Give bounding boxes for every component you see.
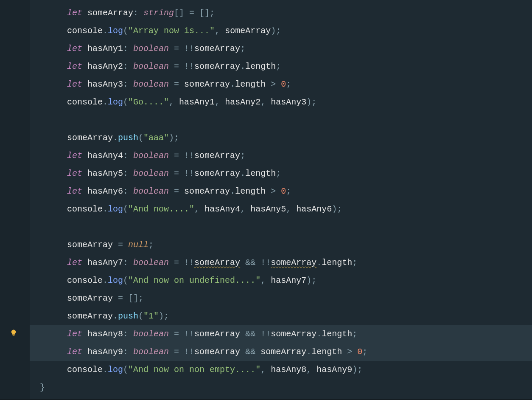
- code-line[interactable]: console.log("Array now is...", someArray…: [30, 22, 532, 40]
- code-token: hasAny3: [271, 97, 306, 107]
- code-line[interactable]: let hasAny6: boolean = someArray.length …: [30, 183, 532, 200]
- code-token: 0: [281, 79, 286, 89]
- code-token: [] = [];: [174, 8, 215, 18]
- closing-brace: }: [40, 383, 45, 392]
- code-token: boolean: [133, 347, 169, 357]
- code-line[interactable]: let hasAny4: boolean = !!someArray;: [30, 147, 532, 165]
- code-line[interactable]: console.log("Go....", hasAny1, hasAny2, …: [30, 93, 532, 111]
- code-token: .: [103, 204, 108, 214]
- code-token: "1": [143, 311, 159, 321]
- code-token: boolean: [133, 79, 169, 89]
- code-token: .: [230, 79, 235, 89]
- code-line[interactable]: console.log("And now on undefined....", …: [30, 272, 532, 290]
- code-token: let: [67, 79, 87, 89]
- code-token: someArray: [184, 79, 230, 89]
- code-line[interactable]: someArray.push("aaa");: [30, 129, 532, 147]
- code-token: someArray: [67, 240, 113, 250]
- code-token: = [];: [113, 293, 143, 303]
- code-token: boolean: [133, 258, 169, 268]
- code-line[interactable]: someArray = [];: [30, 290, 532, 307]
- code-token: hasAny6: [87, 186, 123, 196]
- code-token: someArray: [67, 311, 113, 321]
- code-line[interactable]: let hasAny1: boolean = !!someArray;: [30, 40, 532, 58]
- code-token: >: [266, 186, 281, 196]
- code-token: :: [123, 79, 133, 89]
- code-token: hasAny7: [271, 276, 306, 285]
- code-token: ,: [194, 204, 204, 214]
- editor-code-area[interactable]: let someArray: string[] = []; console.lo…: [30, 0, 532, 400]
- code-token: :: [123, 44, 133, 54]
- code-token: someArray: [271, 258, 316, 268]
- code-token: =: [169, 186, 184, 196]
- code-line[interactable]: let hasAny2: boolean = !!someArray.lengt…: [30, 58, 532, 76]
- code-token: hasAny6: [296, 204, 332, 214]
- code-token: push: [118, 311, 138, 321]
- code-line[interactable]: let hasAny7: boolean = !!someArray && !!…: [30, 254, 532, 272]
- code-token: let: [67, 44, 87, 54]
- code-line[interactable]: someArray = null;: [30, 236, 532, 254]
- code-token: ,: [286, 204, 296, 214]
- code-token: );: [159, 311, 169, 321]
- code-token: ,: [260, 365, 271, 375]
- code-token: .: [230, 186, 235, 196]
- code-token: ,: [169, 97, 179, 107]
- code-token: console: [67, 26, 103, 36]
- code-token: let: [67, 258, 87, 268]
- code-line[interactable]: let hasAny9: boolean = !!someArray && so…: [30, 343, 532, 361]
- code-token: .: [306, 347, 311, 357]
- code-token: ;: [352, 258, 357, 268]
- code-token: "And now on undefined....": [128, 276, 260, 285]
- code-token: = !!: [169, 169, 194, 178]
- code-token: :: [123, 329, 133, 339]
- code-token: push: [118, 133, 138, 143]
- code-line[interactable]: console.log("And now....", hasAny4, hasA…: [30, 200, 532, 218]
- code-token: ;: [286, 79, 291, 89]
- code-line[interactable]: let hasAny8: boolean = !!someArray && !!…: [30, 325, 532, 343]
- code-token: length: [245, 169, 276, 178]
- code-token: (: [123, 26, 128, 36]
- code-token: someArray: [225, 26, 271, 36]
- code-token: let: [67, 62, 87, 71]
- code-line[interactable]: let hasAny3: boolean = someArray.length …: [30, 76, 532, 93]
- code-line[interactable]: }: [30, 379, 532, 397]
- code-token: length: [235, 186, 266, 196]
- code-token: log: [108, 97, 123, 107]
- code-token: =: [169, 79, 184, 89]
- code-token: ;: [240, 151, 245, 161]
- code-token: = !!: [169, 44, 194, 54]
- code-token: let: [67, 8, 87, 18]
- code-token: ,: [215, 26, 225, 36]
- code-token: =: [113, 240, 128, 250]
- code-token: = !!: [169, 151, 194, 161]
- code-token: hasAny8: [271, 365, 306, 375]
- code-token: someArray: [67, 293, 113, 303]
- code-token: (: [138, 311, 143, 321]
- lightbulb-icon[interactable]: [9, 329, 18, 337]
- code-token: someArray: [194, 169, 240, 178]
- code-editor[interactable]: let someArray: string[] = []; console.lo…: [0, 0, 532, 400]
- code-token: null: [128, 240, 148, 250]
- code-line[interactable]: [30, 111, 532, 129]
- code-token: ;: [362, 347, 367, 357]
- code-token: console: [67, 276, 103, 285]
- code-token: someArray: [260, 347, 306, 357]
- code-token: log: [108, 276, 123, 285]
- code-token: && !!: [240, 258, 271, 268]
- code-line[interactable]: console.log("And now on non empty....", …: [30, 361, 532, 379]
- code-token: ,: [260, 276, 271, 285]
- code-token: >: [266, 79, 281, 89]
- code-token: ;: [240, 44, 245, 54]
- code-token: >: [342, 347, 357, 357]
- code-token: :: [123, 258, 133, 268]
- code-token: ;: [276, 62, 281, 71]
- code-line[interactable]: let someArray: string[] = [];: [30, 4, 532, 22]
- code-token: length: [245, 62, 276, 71]
- code-line[interactable]: someArray.push("1");: [30, 307, 532, 325]
- code-token: :: [133, 8, 143, 18]
- code-line[interactable]: let hasAny5: boolean = !!someArray.lengt…: [30, 165, 532, 183]
- code-token: hasAny9: [87, 347, 123, 357]
- code-line[interactable]: [30, 218, 532, 236]
- code-token: hasAny8: [87, 329, 123, 339]
- code-token: string: [143, 8, 174, 18]
- code-token: ,: [240, 204, 250, 214]
